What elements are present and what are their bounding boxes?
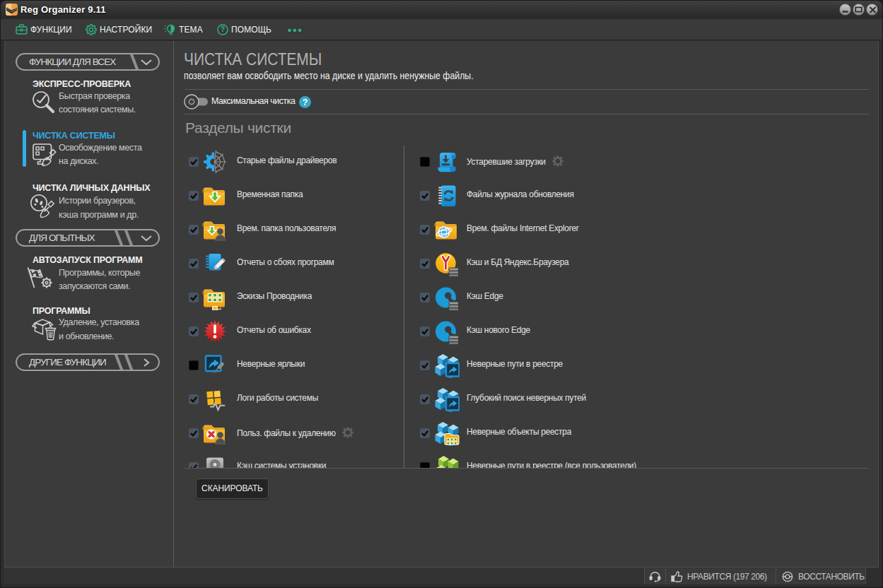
svg-text:?: ? (221, 25, 225, 33)
svg-text:?: ? (303, 98, 308, 107)
